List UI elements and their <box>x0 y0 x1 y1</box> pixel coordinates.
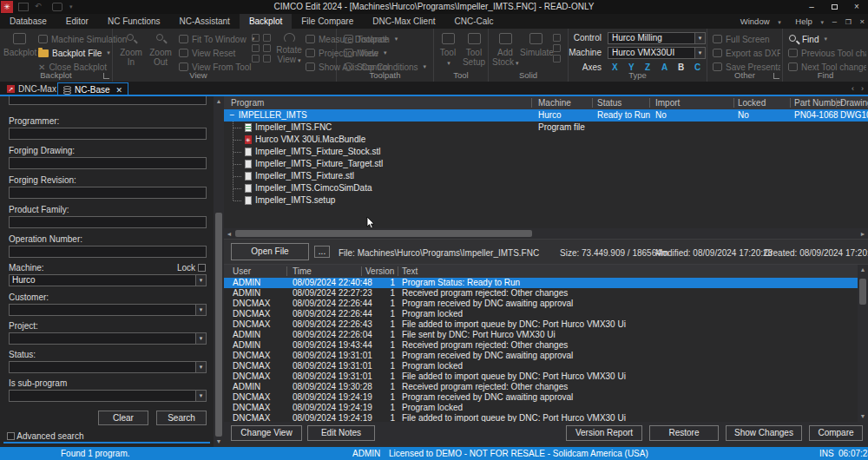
log-row[interactable]: ADMIN08/09/2024 19:43:441Received progra… <box>224 340 868 351</box>
tab-dnc-max[interactable]: ↗ DNC-Max <box>2 82 62 95</box>
solid-option-icon[interactable] <box>553 55 561 62</box>
column-header[interactable]: Drawing <box>840 98 868 108</box>
zoom-out-button[interactable]: ZoomOut <box>148 33 174 67</box>
log-row[interactable]: ADMIN08/09/2024 22:40:481Program Status:… <box>224 278 868 288</box>
forging-drawing-input[interactable] <box>9 157 207 169</box>
simulate-button[interactable]: Simulate <box>520 33 551 57</box>
close-button[interactable]: × <box>845 0 868 14</box>
view-cube-icon[interactable] <box>263 55 271 62</box>
scroll-right-icon[interactable]: ► <box>858 230 867 239</box>
programmer-input[interactable] <box>9 128 207 140</box>
backplot-file-button[interactable]: Backplot File▾ <box>38 47 110 59</box>
search-button[interactable]: Search <box>156 411 207 425</box>
log-row[interactable]: DNCMAX08/09/2024 19:31:011File added to … <box>224 371 868 382</box>
find-button[interactable]: Find▾ <box>788 33 827 45</box>
scrollbar-thumb[interactable] <box>235 230 532 237</box>
log-row[interactable]: ADMIN08/09/2024 22:26:041File sent by DN… <box>224 330 868 340</box>
log-row[interactable]: DNCMAX08/09/2024 19:31:011Program locked <box>224 361 868 371</box>
column-header[interactable]: Time <box>293 266 312 276</box>
fit-to-window-button[interactable]: Fit To Window▾ <box>179 33 254 45</box>
restore-doc-icon[interactable]: ❒ <box>845 18 852 26</box>
log-row[interactable]: DNCMAX08/09/2024 19:24:191Program receiv… <box>224 392 868 403</box>
solid-option-icon[interactable] <box>553 44 561 52</box>
tab-cnc-calc[interactable]: CNC-Calc <box>445 14 503 29</box>
zoom-in-button[interactable]: ZoomIn <box>118 33 144 67</box>
lock-checkbox[interactable] <box>198 264 206 272</box>
close-doc-icon[interactable]: × <box>859 16 865 26</box>
version-report-button[interactable]: Version Report <box>566 425 642 441</box>
program-file-row[interactable]: Hurco VMX 30Ui.MacBundle <box>224 134 868 146</box>
view-cube-icon[interactable] <box>252 34 260 42</box>
minimize-doc-icon[interactable]: – <box>832 16 837 26</box>
more-button[interactable]: ... <box>314 246 330 258</box>
program-file-row[interactable]: Impeller_IMTS.FNCProgram file <box>224 122 868 134</box>
log-scrollbar[interactable]: ▲ ▼ <box>858 265 868 422</box>
product-family-input[interactable] <box>9 216 207 228</box>
log-row[interactable]: DNCMAX08/09/2024 19:31:011Program receiv… <box>224 351 868 361</box>
tab-database[interactable]: Database <box>0 14 56 29</box>
column-header[interactable]: Version <box>365 266 394 276</box>
log-row[interactable]: DNCMAX08/09/2024 22:26:441Program locked <box>224 309 868 319</box>
status-dropdown[interactable]: ▾ <box>9 361 207 373</box>
close-tab-icon[interactable]: ✕ <box>116 86 123 95</box>
help-menu[interactable]: Help ▾ <box>789 16 824 26</box>
minimize-button[interactable]: – <box>800 0 823 14</box>
full-screen-button[interactable]: Full Screen <box>713 33 770 45</box>
tab-scroll-left-icon[interactable]: ‹ <box>852 84 854 93</box>
collapse-icon[interactable]: − <box>228 109 236 122</box>
tool-button[interactable]: Tool▾ <box>436 33 460 68</box>
log-row[interactable]: DNCMAX08/09/2024 19:24:191File added to … <box>224 413 868 422</box>
view-cube-buttons[interactable] <box>252 34 272 62</box>
view-cube-icon[interactable] <box>263 34 271 42</box>
rotate-view-button[interactable]: RotateView▾ <box>274 33 304 65</box>
tab-dnc-max-client[interactable]: DNC-Max Client <box>363 14 444 29</box>
scroll-down-icon[interactable]: ▼ <box>214 437 223 446</box>
column-header[interactable]: Import <box>655 98 680 108</box>
column-header[interactable]: Locked <box>738 98 766 108</box>
program-file-row[interactable]: Impeller_IMTS_Fixture_Target.stl <box>224 158 868 170</box>
add-stock-button[interactable]: AddStock▾ <box>492 33 518 68</box>
log-row[interactable]: DNCMAX08/09/2024 22:26:431File added to … <box>224 319 868 330</box>
change-view-button[interactable]: Change View <box>231 425 302 441</box>
view-reset-button[interactable]: View Reset <box>179 47 235 59</box>
tool-setup-button[interactable]: ToolSetup <box>462 33 486 67</box>
program-row-root[interactable]: − IMPELLER_IMTS Hurco Ready to Run No No… <box>224 109 868 122</box>
view-cube-icon[interactable] <box>263 44 271 52</box>
tab-backplot[interactable]: Backplot <box>240 14 292 29</box>
scroll-up-icon[interactable]: ▲ <box>214 97 223 106</box>
control-dropdown[interactable]: Hurco Milling▾ <box>608 32 706 44</box>
backplot-button[interactable]: Backplot <box>3 33 35 57</box>
scroll-up-icon[interactable]: ▲ <box>858 266 867 274</box>
scrollbar-thumb[interactable] <box>215 213 222 437</box>
log-row[interactable]: ADMIN08/09/2024 19:30:281Received progra… <box>224 382 868 392</box>
tab-file-compare[interactable]: File Compare <box>292 14 363 29</box>
show-changes-button[interactable]: Show Changes <box>726 425 802 441</box>
open-file-button[interactable]: Open File <box>231 243 309 260</box>
log-row[interactable]: DNCMAX08/09/2024 19:24:191Program locked <box>224 403 868 413</box>
machine-dropdown[interactable]: Hurco VMX30UI▾ <box>608 47 706 59</box>
restore-button[interactable] <box>823 0 845 14</box>
tab-editor[interactable]: Editor <box>56 14 98 29</box>
window-menu[interactable]: Window ▾ <box>734 16 781 26</box>
view-cube-icon[interactable] <box>252 44 260 52</box>
tab-scroll-right-icon[interactable]: › <box>861 84 864 93</box>
restore-button[interactable]: Restore <box>649 425 719 441</box>
operation-number-input[interactable] <box>9 246 207 258</box>
solid-option-buttons[interactable] <box>553 34 562 62</box>
compare-button[interactable]: Compare <box>809 425 863 441</box>
column-header[interactable]: Program <box>231 98 264 108</box>
log-row[interactable]: DNCMAX08/09/2024 22:26:441Program receiv… <box>224 299 868 309</box>
export-dxf-button[interactable]: Export as DXF File <box>713 47 780 59</box>
top-partial-input[interactable] <box>9 96 207 105</box>
previous-tool-change-button[interactable]: Previous Tool change <box>788 47 866 59</box>
horizontal-scrollbar[interactable]: ◄ ► <box>224 228 868 239</box>
left-panel-scrollbar[interactable]: ▲ ▼ <box>214 96 224 447</box>
scrollbar-thumb[interactable] <box>859 279 866 305</box>
is-subprogram-dropdown[interactable]: ▾ <box>9 390 207 402</box>
program-file-row[interactable]: Impeller_IMTS_Fixture_Stock.stl <box>224 146 868 158</box>
clear-button[interactable]: Clear <box>98 411 148 425</box>
program-file-row[interactable]: Impeller_IMTS.setup <box>224 194 868 207</box>
edit-notes-button[interactable]: Edit Notes <box>307 425 375 441</box>
other-dialog-launcher-icon[interactable] <box>773 73 779 79</box>
tab-nc-assistant[interactable]: NC-Assistant <box>170 14 240 29</box>
